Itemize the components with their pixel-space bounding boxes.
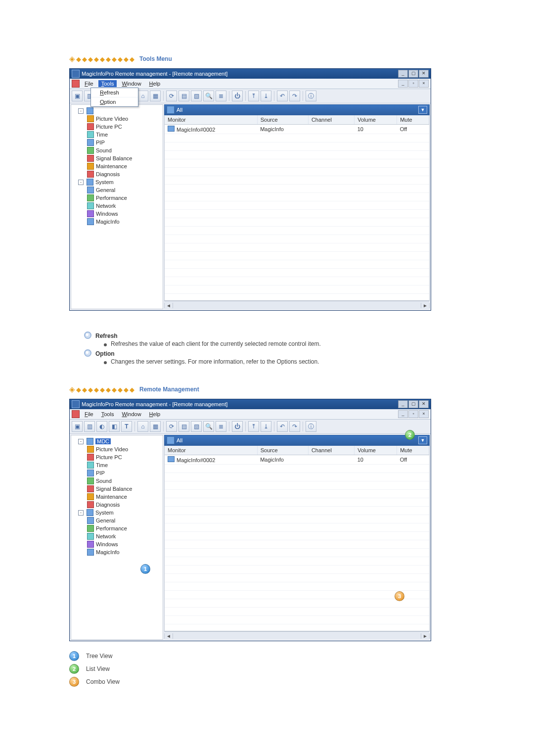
- menu-tools[interactable]: Tools: [98, 411, 117, 418]
- menu-file[interactable]: File: [82, 411, 96, 418]
- tree-node[interactable]: MagicInfo: [73, 548, 161, 556]
- expander-icon[interactable]: -: [78, 180, 84, 185]
- tree-node[interactable]: PIP: [73, 139, 161, 146]
- tool-info-icon[interactable]: ⓘ: [306, 91, 316, 101]
- tool-10-icon[interactable]: ⤓: [261, 91, 271, 101]
- child-restore-button[interactable]: ▫: [408, 80, 418, 88]
- tree-node[interactable]: Maintenance: [73, 493, 161, 501]
- tree-node[interactable]: - System: [73, 178, 161, 186]
- tool-redo-icon[interactable]: ↷: [289, 421, 300, 432]
- tool-8-icon[interactable]: ▧: [191, 91, 202, 101]
- tree-node[interactable]: Sound: [73, 477, 161, 485]
- tool-4-icon[interactable]: ◧: [109, 421, 120, 432]
- tree-node[interactable]: Performance: [73, 524, 161, 532]
- scroll-left-icon[interactable]: ◄: [164, 633, 173, 639]
- tree-node[interactable]: Time: [73, 131, 161, 139]
- group-selector-bar[interactable]: All ▼: [164, 435, 430, 446]
- col-source[interactable]: Source: [257, 446, 308, 455]
- close-button[interactable]: ✕: [419, 70, 429, 78]
- child-minimize-button[interactable]: _: [398, 80, 408, 88]
- table-row[interactable]: MagicInfo#0002 MagicInfo 10 Off: [165, 455, 429, 465]
- tool-6-icon[interactable]: ▦: [150, 91, 161, 101]
- chevron-down-icon[interactable]: ▼: [418, 106, 427, 114]
- tool-info-icon[interactable]: ⓘ: [306, 421, 316, 432]
- child-close-button[interactable]: ×: [419, 410, 429, 418]
- tool-undo-icon[interactable]: ↶: [277, 91, 288, 101]
- tree-node[interactable]: - MDC: [73, 437, 161, 445]
- tool-text-icon[interactable]: T: [121, 421, 132, 432]
- tool-list-icon[interactable]: ≣: [216, 91, 226, 101]
- minimize-button[interactable]: _: [398, 70, 408, 78]
- tree-node[interactable]: Picture Video: [73, 115, 161, 123]
- tree-node[interactable]: Diagnosis: [73, 170, 161, 178]
- col-monitor[interactable]: Monitor: [165, 446, 257, 455]
- tool-8-icon[interactable]: ▧: [191, 421, 202, 432]
- tool-list-icon[interactable]: ≣: [216, 421, 226, 432]
- col-mute[interactable]: Mute: [397, 446, 429, 455]
- tool-refresh-icon[interactable]: ⟳: [166, 421, 177, 432]
- col-volume[interactable]: Volume: [355, 115, 397, 125]
- menu-window[interactable]: Window: [119, 80, 144, 87]
- tree-node[interactable]: Maintenance: [73, 162, 161, 170]
- tool-7-icon[interactable]: ▤: [178, 421, 189, 432]
- menu-file[interactable]: FFileile: [82, 80, 96, 87]
- tool-search-icon[interactable]: 🔍: [203, 421, 214, 432]
- tool-2-icon[interactable]: ▥: [84, 421, 95, 432]
- col-monitor[interactable]: Monitor: [165, 115, 257, 125]
- tree-node[interactable]: MagicInfo: [73, 218, 161, 226]
- col-channel[interactable]: Channel: [308, 115, 354, 125]
- tree-node[interactable]: -: [73, 107, 161, 115]
- minimize-button[interactable]: _: [398, 400, 408, 408]
- menu-help[interactable]: Help: [146, 411, 164, 418]
- menu-help[interactable]: Help: [146, 80, 164, 87]
- tool-7-icon[interactable]: ▤: [178, 91, 189, 101]
- tree-node[interactable]: - System: [73, 509, 161, 517]
- menu-window[interactable]: Window: [119, 411, 144, 418]
- expander-icon[interactable]: -: [78, 108, 84, 114]
- child-close-button[interactable]: ×: [419, 80, 429, 88]
- tool-undo-icon[interactable]: ↶: [277, 421, 288, 432]
- tree-node[interactable]: General: [73, 517, 161, 524]
- tools-option-item[interactable]: Option: [91, 97, 138, 106]
- tool-5-icon[interactable]: ⌂: [137, 91, 148, 101]
- tool-1-icon[interactable]: ▣: [72, 91, 83, 101]
- col-mute[interactable]: Mute: [397, 115, 429, 125]
- tool-3-icon[interactable]: ◐: [96, 421, 107, 432]
- scroll-right-icon[interactable]: ►: [421, 303, 430, 308]
- tool-6-icon[interactable]: ▦: [150, 421, 161, 432]
- col-volume[interactable]: Volume: [355, 446, 397, 455]
- tools-refresh-item[interactable]: Refresh: [91, 88, 138, 97]
- tool-5-icon[interactable]: ⌂: [137, 421, 148, 432]
- scroll-left-icon[interactable]: ◄: [164, 303, 173, 308]
- group-selector-bar[interactable]: All ▼: [164, 104, 430, 115]
- expander-icon[interactable]: -: [78, 510, 84, 516]
- tree-node[interactable]: Windows: [73, 540, 161, 548]
- horizontal-scrollbar[interactable]: ◄ ►: [164, 631, 430, 640]
- col-channel[interactable]: Channel: [308, 446, 354, 455]
- tree-node[interactable]: Sound: [73, 146, 161, 154]
- scroll-right-icon[interactable]: ►: [421, 633, 430, 639]
- tool-9-icon[interactable]: ⤒: [248, 421, 259, 432]
- tree-node[interactable]: Picture PC: [73, 123, 161, 131]
- tool-9-icon[interactable]: ⤒: [248, 91, 259, 101]
- table-row[interactable]: MagicInfo#0002 MagicInfo 10 Off: [165, 125, 429, 134]
- col-source[interactable]: Source: [257, 115, 308, 125]
- child-restore-button[interactable]: ▫: [408, 410, 418, 418]
- tool-power-icon[interactable]: ⏻: [232, 91, 243, 101]
- tool-10-icon[interactable]: ⤓: [261, 421, 271, 432]
- tree-node[interactable]: Windows: [73, 210, 161, 218]
- tree-node[interactable]: Network: [73, 532, 161, 540]
- tool-power-icon[interactable]: ⏻: [232, 421, 243, 432]
- tool-redo-icon[interactable]: ↷: [289, 91, 300, 101]
- expander-icon[interactable]: -: [78, 439, 84, 444]
- tool-1-icon[interactable]: ▣: [72, 421, 83, 432]
- maximize-button[interactable]: ▢: [408, 70, 418, 78]
- tree-node[interactable]: Time: [73, 461, 161, 469]
- tool-refresh-icon[interactable]: ⟳: [166, 91, 177, 101]
- close-button[interactable]: ✕: [419, 400, 429, 408]
- chevron-down-icon[interactable]: ▼: [418, 436, 427, 444]
- maximize-button[interactable]: ▢: [408, 400, 418, 408]
- tree-node[interactable]: Signal Balance: [73, 485, 161, 493]
- tree-node[interactable]: Diagnosis: [73, 501, 161, 509]
- tree-node[interactable]: Picture PC: [73, 453, 161, 461]
